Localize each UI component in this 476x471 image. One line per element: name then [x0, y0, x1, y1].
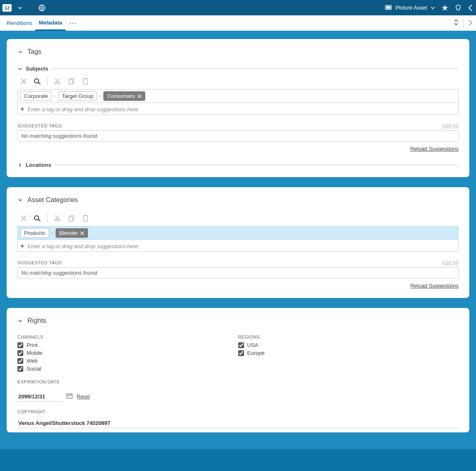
paste-icon[interactable] — [81, 77, 90, 86]
divider — [54, 165, 459, 165]
more-tabs-icon[interactable]: ··· — [66, 20, 81, 26]
chevron-right-icon: › — [54, 94, 56, 98]
star-icon[interactable] — [441, 4, 449, 12]
locations-label: Locations — [26, 162, 51, 168]
separator — [47, 214, 48, 223]
categories-tag-input[interactable]: + Enter a tag or drag and drop suggestio… — [17, 241, 459, 252]
svg-rect-6 — [83, 79, 88, 84]
tag-consumers[interactable]: Consumers — [103, 91, 145, 101]
svg-rect-2 — [386, 6, 391, 9]
close-icon[interactable] — [19, 77, 28, 86]
chevron-right-icon: › — [100, 94, 101, 98]
tag-corporate[interactable]: Corporate — [20, 91, 52, 101]
channel-web[interactable]: Web — [17, 358, 238, 364]
channel-print[interactable]: Print — [17, 342, 238, 348]
svg-rect-5 — [69, 80, 73, 84]
tag-blender[interactable]: Blender — [56, 228, 88, 238]
content-area: Tags Subjects Corporate › Target Group ›… — [0, 31, 476, 449]
asset-categories-title: Asset Categories — [27, 196, 78, 204]
svg-rect-11 — [83, 216, 88, 221]
channels-list: Print Mobile Web Social — [17, 342, 238, 372]
rights-title: Rights — [27, 317, 46, 325]
suggestions-box: No matching suggestions found. — [17, 130, 459, 142]
asset-type-label: Picture Asset — [395, 5, 427, 11]
suggestions-box: No matching suggestions found. — [17, 267, 459, 278]
add-all-link[interactable]: Add All — [442, 122, 459, 129]
channel-social[interactable]: Social — [17, 366, 238, 372]
expiration-date-input[interactable] — [17, 392, 62, 402]
close-icon[interactable] — [19, 214, 28, 223]
svg-point-3 — [55, 82, 57, 84]
region-europe[interactable]: Europe — [238, 350, 459, 356]
svg-point-9 — [58, 219, 60, 221]
asset-type-selector[interactable]: Picture Asset — [385, 4, 435, 12]
rights-card: Rights CHANNELS Print Mobile Web Social … — [7, 308, 469, 432]
chevron-down-icon[interactable] — [17, 66, 22, 71]
plus-icon: + — [20, 105, 24, 113]
categories-tag-path[interactable]: Products › Blender — [17, 226, 459, 240]
panel-collapse-icon[interactable] — [468, 19, 474, 27]
copyright-label: COPYRIGHT — [17, 409, 459, 414]
asset-categories-card: Asset Categories Products › Blender + En… — [7, 187, 469, 298]
suggested-tags-label: SUGGESTED TAGS — [17, 260, 62, 265]
collapse-chevron-icon[interactable] — [468, 4, 474, 12]
regions-label: REGIONS — [238, 334, 459, 339]
chevron-down-icon[interactable] — [17, 197, 23, 203]
channels-label: CHANNELS — [17, 334, 238, 339]
copyright-input[interactable] — [17, 418, 459, 428]
chevron-down-icon[interactable] — [17, 49, 23, 55]
expiration-label: EXPIRATION DATE — [17, 379, 459, 384]
expand-collapse-icon[interactable] — [453, 19, 459, 27]
tag-products[interactable]: Products — [20, 228, 49, 238]
cut-icon[interactable] — [53, 77, 62, 86]
remove-tag-icon[interactable] — [80, 231, 84, 235]
chevron-down-icon[interactable] — [17, 318, 23, 324]
suggested-tags-label: SUGGESTED TAGS — [17, 123, 62, 128]
reload-suggestions-link[interactable]: Reload Suggestions — [410, 146, 459, 152]
tab-metadata[interactable]: Metadata — [35, 15, 65, 31]
app-logo-icon: 12 — [2, 4, 12, 12]
separator — [47, 77, 48, 86]
svg-rect-10 — [69, 217, 73, 221]
copy-icon[interactable] — [67, 214, 76, 223]
divider — [51, 68, 459, 69]
add-all-link[interactable]: Add All — [442, 259, 459, 266]
reload-suggestions-link[interactable]: Reload Suggestions — [410, 283, 459, 289]
tag-input-placeholder: Enter a tag or drag and drop suggestions… — [27, 106, 139, 112]
browse-icon[interactable] — [33, 214, 42, 223]
reset-link[interactable]: Reset — [77, 394, 90, 400]
svg-point-8 — [55, 219, 57, 221]
copy-icon[interactable] — [67, 77, 76, 86]
tab-renditions[interactable]: Renditions — [3, 15, 35, 31]
subjects-toolbar — [17, 77, 459, 86]
channel-mobile[interactable]: Mobile — [17, 350, 238, 356]
svg-point-4 — [58, 82, 60, 84]
tags-title: Tags — [27, 48, 41, 56]
svg-rect-12 — [85, 215, 86, 216]
chevron-right-icon: › — [51, 231, 53, 235]
plus-icon: + — [20, 242, 24, 250]
tags-card: Tags Subjects Corporate › Target Group ›… — [7, 39, 469, 177]
svg-rect-7 — [85, 78, 86, 79]
calendar-icon[interactable] — [66, 393, 73, 400]
tag-input-placeholder: Enter a tag or drag and drop suggestions… — [27, 243, 139, 249]
dropdown-chevron-icon[interactable] — [17, 5, 22, 10]
categories-toolbar — [17, 214, 459, 223]
lightbulb-icon[interactable] — [454, 4, 462, 12]
tab-bar: Renditions Metadata ··· — [0, 15, 476, 31]
subjects-tag-input[interactable]: + Enter a tag or drag and drop suggestio… — [17, 104, 459, 115]
remove-tag-icon[interactable] — [137, 94, 142, 98]
top-bar: 12 Picture Asset — [0, 0, 476, 15]
locale-switch-icon[interactable] — [38, 4, 46, 12]
tag-target-group[interactable]: Target Group — [58, 91, 97, 101]
paste-icon[interactable] — [81, 214, 90, 223]
subjects-label: Subjects — [26, 66, 48, 72]
region-usa[interactable]: USA — [238, 342, 459, 348]
browse-icon[interactable] — [33, 77, 42, 86]
monitor-icon — [385, 4, 392, 12]
regions-list: USA Europe — [238, 342, 459, 356]
cut-icon[interactable] — [53, 214, 62, 223]
chevron-right-icon[interactable] — [17, 163, 22, 168]
subjects-tag-path[interactable]: Corporate › Target Group › Consumers — [17, 89, 459, 103]
